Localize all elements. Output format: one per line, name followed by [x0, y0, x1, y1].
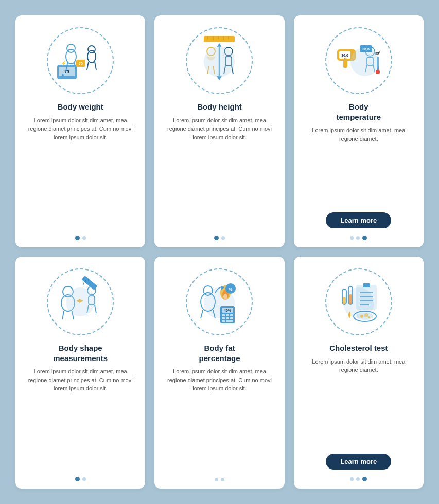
card-body-weight: 75 ⚡ 75 Body weight Lorem ipsum dolor: [15, 15, 145, 247]
card-body-shape: Body shape measurements Lorem ipsum dolo…: [15, 257, 145, 489]
dot-active: [214, 236, 219, 240]
card-title: Body height: [197, 102, 242, 112]
pagination-dots: [75, 477, 86, 481]
card-title: Body temperature: [336, 102, 381, 122]
card-grid: 75 ⚡ 75 Body weight Lorem ipsum dolor: [0, 0, 439, 504]
learn-more-button[interactable]: Learn more: [326, 212, 391, 228]
body-shape-illustration: [44, 266, 116, 338]
card-text: Lorem ipsum dolor sit dim amet, mea regi…: [25, 116, 136, 231]
dot: [82, 477, 86, 481]
dot: [356, 477, 360, 481]
body-fat-illustration: % 40%: [183, 266, 255, 338]
pagination-dots: [214, 236, 225, 240]
dot: [350, 477, 354, 481]
card-body-fat: % 40% Body fat percentage Lorem ipsum do…: [154, 257, 284, 489]
card-body-temperature: 36,6 C° 39° 36,6 Body temperature Lorem: [294, 15, 424, 247]
dot: [356, 236, 360, 240]
card-title: Cholesterol test: [329, 343, 388, 353]
dot: [221, 478, 224, 481]
card-cholesterol: Cholesterol test Lorem ipsum dolor sit d…: [294, 257, 424, 489]
card-title: Body shape measurements: [53, 343, 108, 363]
learn-more-button[interactable]: Learn more: [326, 454, 391, 470]
card-text: Lorem ipsum dolor sit dim amet, mea regi…: [164, 116, 275, 231]
dot: [215, 478, 218, 481]
cholesterol-illustration: [323, 266, 395, 338]
dot-active: [75, 477, 80, 481]
body-height-illustration: [183, 25, 255, 97]
pagination-dots: [75, 236, 86, 240]
card-text: Lorem ipsum dolor sit dim amet, mea regi…: [303, 357, 414, 450]
pagination-dots: [350, 477, 367, 481]
dot-active: [362, 477, 367, 481]
body-weight-illustration: 75 ⚡ 75: [44, 25, 116, 97]
card-text: Lorem ipsum dolor sit dim amet, mea regi…: [25, 367, 136, 472]
pagination-dots: [215, 478, 224, 481]
card-text: Lorem ipsum dolor sit dim amet, mea regi…: [303, 126, 414, 208]
dot: [82, 236, 86, 240]
pagination-dots: [350, 236, 367, 240]
dot-active: [75, 236, 80, 240]
dot-active: [362, 236, 367, 240]
dot: [221, 236, 225, 240]
card-body-height: Body height Lorem ipsum dolor sit dim am…: [154, 15, 284, 247]
body-temperature-illustration: 36,6 C° 39° 36,6: [323, 25, 395, 97]
card-title: Body weight: [58, 102, 103, 112]
card-title: Body fat percentage: [199, 343, 240, 363]
card-text: Lorem ipsum dolor sit dim amet, mea regi…: [164, 367, 275, 473]
dot: [350, 236, 354, 240]
